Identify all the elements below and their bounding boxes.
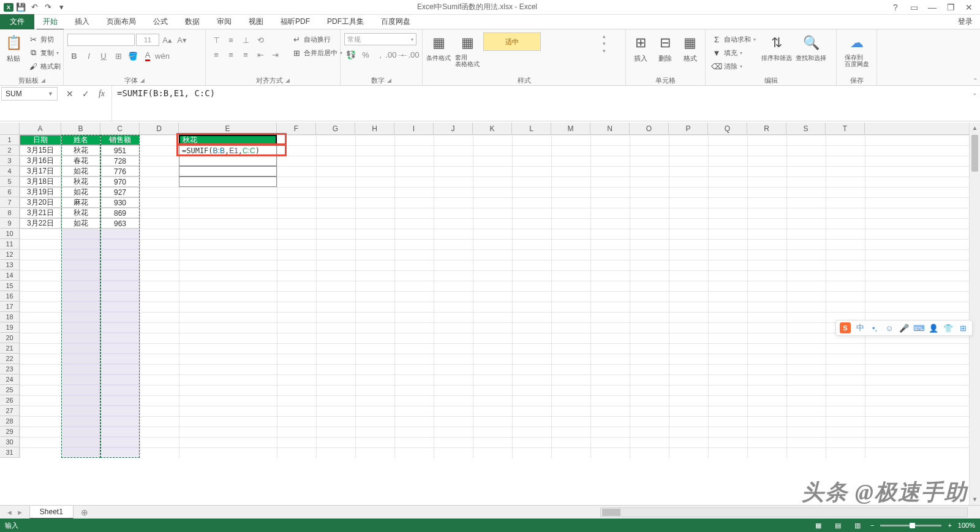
cell[interactable]: 麻花 [61, 197, 100, 208]
cell[interactable] [100, 302, 140, 312]
tab-layout[interactable]: 页面布局 [98, 14, 145, 29]
fill-button[interactable]: ▼填充▾ [709, 47, 758, 59]
percent-icon[interactable]: % [359, 48, 372, 61]
column-header[interactable]: D [140, 123, 179, 134]
row-header[interactable]: 5 [0, 177, 20, 187]
column-header[interactable]: Q [708, 123, 747, 134]
dropdown-icon[interactable]: ▼ [48, 91, 53, 97]
cell[interactable] [100, 291, 140, 302]
autosum-button[interactable]: Σ自动求和▾ [709, 33, 758, 45]
column-header[interactable]: O [630, 123, 669, 134]
decrease-font-icon[interactable]: A▾ [175, 33, 189, 47]
redo-icon[interactable]: ↷ [42, 1, 54, 13]
dec-decimal-icon[interactable]: ←.00 [403, 48, 417, 61]
row-header[interactable]: 19 [0, 322, 20, 333]
zoom-in-button[interactable]: + [948, 522, 951, 529]
cell[interactable]: 3月16日 [20, 156, 61, 166]
ime-punct-icon[interactable]: •, [869, 322, 880, 333]
cell[interactable] [61, 374, 100, 385]
column-header[interactable]: M [551, 123, 590, 134]
row-header[interactable]: 24 [0, 374, 20, 385]
ime-emoji-icon[interactable]: ☺ [884, 322, 895, 333]
cell[interactable] [100, 437, 140, 447]
cell[interactable] [61, 333, 100, 343]
cut-button[interactable]: ✂剪切 [26, 33, 63, 45]
cell[interactable] [61, 322, 100, 333]
indent-dec-icon[interactable]: ⇤ [254, 48, 267, 61]
copy-button[interactable]: ⧉复制▾ [26, 47, 63, 59]
cell[interactable]: 销售额 [100, 135, 140, 145]
cell[interactable]: 秋花 [179, 135, 277, 145]
row-header[interactable]: 27 [0, 406, 20, 416]
sheet-tab[interactable]: Sheet1 [29, 505, 74, 519]
name-box[interactable]: SUM▼ [1, 87, 58, 101]
add-sheet-button[interactable]: ⊕ [78, 507, 91, 517]
tab-view[interactable]: 视图 [240, 14, 272, 29]
row-header[interactable]: 30 [0, 437, 20, 447]
tab-file[interactable]: 文件 [0, 14, 34, 29]
undo-icon[interactable]: ↶ [28, 1, 40, 13]
cell[interactable] [61, 406, 100, 416]
ime-cn-icon[interactable]: 中 [854, 322, 865, 333]
underline-button[interactable]: U [97, 49, 110, 63]
paste-button[interactable]: 📋 粘贴 [4, 33, 23, 63]
cell[interactable] [61, 416, 100, 427]
cell[interactable] [100, 385, 140, 395]
cancel-button[interactable]: ✕ [62, 87, 77, 101]
italic-button[interactable]: I [82, 49, 96, 63]
cell[interactable] [61, 249, 100, 260]
cell[interactable] [100, 229, 140, 239]
row-header[interactable]: 3 [0, 156, 20, 166]
cell[interactable] [61, 281, 100, 291]
launcher-icon[interactable]: ◢ [41, 77, 45, 83]
indent-inc-icon[interactable]: ⇥ [268, 48, 282, 61]
scroll-thumb[interactable] [971, 135, 978, 172]
cell[interactable]: 日期 [20, 135, 61, 145]
align-center-icon[interactable]: ≡ [224, 48, 238, 61]
row-header[interactable]: 23 [0, 364, 20, 374]
cell[interactable]: 927 [100, 187, 140, 197]
align-bottom-icon[interactable]: ⊥ [239, 33, 252, 47]
row-header[interactable]: 9 [0, 218, 20, 229]
view-pagebreak-icon[interactable]: ▥ [851, 520, 864, 530]
view-layout-icon[interactable]: ▤ [831, 520, 845, 530]
column-header[interactable]: T [826, 123, 865, 134]
zoom-out-button[interactable]: − [870, 522, 874, 529]
row-header[interactable]: 29 [0, 427, 20, 437]
launcher-icon[interactable]: ◢ [387, 77, 391, 83]
ime-toolbar[interactable]: S 中 •, ☺ 🎤 ⌨ 👤 👕 ⊞ [835, 320, 973, 336]
row-header[interactable]: 1 [0, 135, 20, 145]
row-header[interactable]: 28 [0, 416, 20, 427]
align-left-icon[interactable]: ≡ [209, 48, 223, 61]
style-neutral[interactable]: 适中 [483, 32, 541, 51]
cell[interactable]: 869 [100, 208, 140, 218]
wrap-text-button[interactable]: ↵自动换行 [289, 33, 345, 45]
launcher-icon[interactable]: ◢ [285, 77, 290, 83]
cell[interactable] [100, 416, 140, 427]
cell[interactable]: 728 [100, 156, 140, 166]
cell[interactable]: 3月18日 [20, 177, 61, 187]
currency-icon[interactable]: 💱 [344, 48, 358, 61]
cell[interactable]: 963 [100, 218, 140, 229]
row-header[interactable]: 4 [0, 166, 20, 177]
row-header[interactable]: 2 [0, 145, 20, 156]
cell[interactable] [61, 312, 100, 322]
help-icon[interactable]: ? [887, 1, 904, 13]
cell[interactable] [61, 260, 100, 270]
row-header[interactable]: 11 [0, 239, 20, 249]
cell[interactable] [100, 395, 140, 406]
align-middle-icon[interactable]: ≡ [224, 33, 238, 47]
cell[interactable]: 3月15日 [20, 145, 61, 156]
tab-foxit[interactable]: 福昕PDF [272, 14, 318, 29]
column-header[interactable]: F [277, 123, 316, 134]
cell[interactable] [100, 249, 140, 260]
spreadsheet-grid[interactable]: ABCDEFGHIJKLMNOPQRST 1234567891011121314… [0, 123, 969, 505]
cell[interactable]: 秋花 [61, 208, 100, 218]
cell[interactable] [179, 166, 277, 177]
cell-editing[interactable]: =SUMIF(B:B,E1, C:C) [179, 145, 277, 156]
increase-font-icon[interactable]: A▴ [160, 33, 174, 47]
zoom-handle[interactable] [910, 523, 915, 528]
column-header[interactable]: K [473, 123, 512, 134]
cell[interactable] [100, 427, 140, 437]
tab-formulas[interactable]: 公式 [145, 14, 176, 29]
